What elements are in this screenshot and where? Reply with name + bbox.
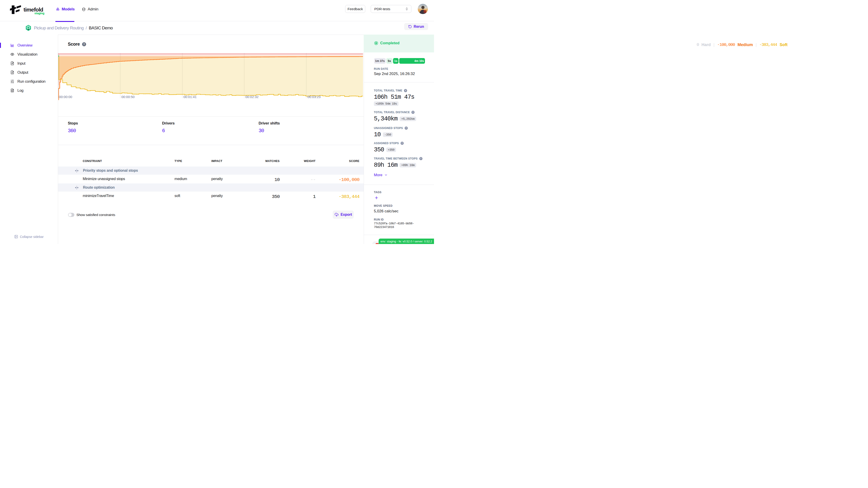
svg-text:00:00:50: 00:00:50 bbox=[121, 95, 134, 99]
svg-text:00:00:00: 00:00:00 bbox=[59, 95, 72, 99]
svg-text:00:01:41: 00:01:41 bbox=[184, 95, 197, 99]
svg-text:00:02:32: 00:02:32 bbox=[246, 95, 258, 99]
svg-text:00:03:23: 00:03:23 bbox=[307, 95, 320, 99]
